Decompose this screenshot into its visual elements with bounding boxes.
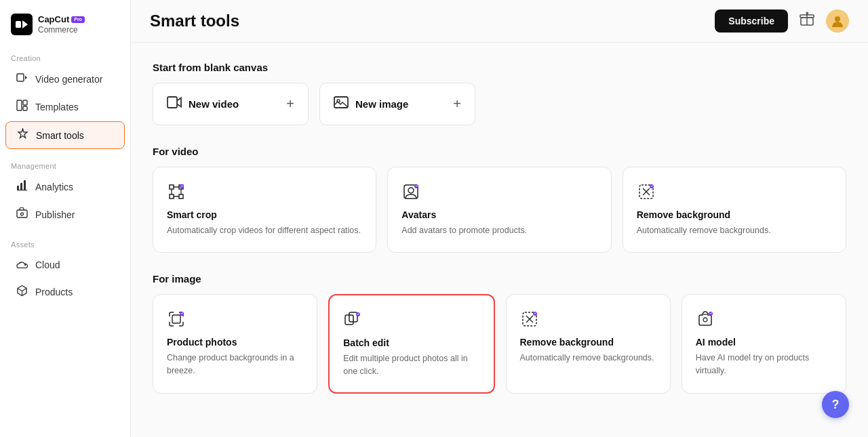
sidebar-item-label: Analytics (35, 182, 73, 192)
section-management: Management (0, 157, 130, 173)
svg-rect-2 (17, 74, 24, 81)
new-image-label: New image (355, 98, 408, 110)
new-video-icon (167, 96, 182, 112)
help-button[interactable]: ? (822, 391, 849, 418)
new-image-plus-icon: + (453, 96, 461, 112)
svg-rect-10 (17, 190, 27, 190)
blank-canvas-section: Start from blank canvas New video + (153, 62, 846, 125)
product-photos-desc: Change product backgrounds in a breeze. (167, 352, 303, 377)
remove-bg-image-desc: Automatically remove backgrounds. (520, 352, 656, 365)
sidebar-item-label: Products (35, 287, 73, 297)
sidebar-item-smart-tools[interactable]: Smart tools (5, 121, 125, 149)
new-image-left: New image (334, 96, 408, 112)
sidebar-item-cloud[interactable]: Cloud (5, 252, 125, 277)
new-video-left: New video (167, 96, 239, 112)
smart-tools-icon (16, 128, 29, 142)
product-photos-icon (167, 310, 303, 329)
sidebar-item-video-generator[interactable]: Video generator (5, 66, 125, 92)
svg-marker-1 (22, 20, 28, 28)
new-video-plus-icon: + (286, 96, 294, 112)
remove-bg-video-card[interactable]: Remove background Automatically remove b… (623, 167, 846, 253)
logo-sub: Commerce (38, 25, 85, 35)
header-actions: Subscribe (715, 9, 849, 33)
section-assets: Assets (0, 235, 130, 251)
ai-model-title: AI model (696, 337, 832, 348)
remove-bg-image-title: Remove background (520, 337, 656, 348)
ai-model-desc: Have AI model try on products virtually. (696, 352, 832, 377)
svg-point-32 (703, 318, 707, 322)
sidebar-item-analytics[interactable]: Analytics (5, 173, 125, 200)
batch-edit-card[interactable]: Batch edit Edit multiple product photos … (328, 294, 494, 394)
svg-rect-11 (17, 210, 27, 217)
for-image-section: For image P (153, 273, 846, 394)
publisher-icon (15, 207, 28, 222)
svg-rect-4 (17, 100, 22, 110)
remove-bg-video-title: Remove background (637, 209, 832, 220)
new-image-card[interactable]: New image + (319, 83, 475, 125)
sidebar-item-label: Video generator (35, 74, 102, 85)
remove-bg-video-icon (637, 182, 832, 201)
svg-point-21 (408, 188, 414, 193)
top-header: Smart tools Subscribe (131, 0, 868, 43)
product-photos-title: Product photos (167, 337, 303, 348)
main-wrapper: Smart tools Subscribe (131, 0, 868, 437)
svg-rect-8 (20, 183, 22, 190)
ai-model-icon (696, 310, 832, 329)
svg-rect-25 (172, 315, 180, 323)
for-image-grid: Product photos Change product background… (153, 294, 846, 394)
remove-bg-image-icon (520, 310, 656, 329)
logo-badge: Pro (71, 16, 85, 23)
cloud-icon (15, 258, 28, 271)
product-photos-card[interactable]: Product photos Change product background… (153, 294, 317, 394)
for-video-section: For video Smart crop Automatically crop … (153, 146, 846, 253)
new-video-label: New video (189, 98, 239, 110)
batch-edit-icon (343, 310, 479, 329)
blank-canvas-heading: Start from blank canvas (153, 62, 846, 73)
page-title: Smart tools (150, 12, 239, 30)
sidebar-item-publisher[interactable]: Publisher (5, 201, 125, 228)
sidebar-item-templates[interactable]: Templates (5, 93, 125, 120)
batch-edit-title: Batch edit (343, 337, 479, 348)
main-content: Start from blank canvas New video + (131, 43, 868, 437)
sidebar-item-label: Templates (35, 102, 79, 112)
section-creation: Creation (0, 49, 130, 65)
subscribe-button[interactable]: Subscribe (715, 9, 788, 33)
new-image-icon (334, 96, 349, 112)
logo-area[interactable]: CapCut Pro Commerce (0, 8, 130, 49)
sidebar-item-label: Smart tools (36, 130, 84, 141)
avatars-desc: Add avatars to promote products. (401, 224, 597, 237)
sidebar-item-label: Cloud (35, 259, 60, 270)
batch-edit-desc: Edit multiple product photos all in one … (343, 352, 479, 378)
sidebar-item-label: Publisher (35, 209, 75, 220)
svg-rect-0 (16, 21, 21, 28)
capcut-logo-icon (11, 14, 33, 35)
svg-point-12 (20, 213, 23, 215)
svg-rect-16 (167, 97, 177, 108)
for-video-grid: Smart crop Automatically crop videos for… (153, 167, 846, 253)
new-video-card[interactable]: New video + (153, 83, 309, 125)
sidebar-item-products[interactable]: Products (5, 278, 125, 305)
smart-crop-icon (167, 182, 362, 201)
smart-crop-title: Smart crop (167, 209, 362, 220)
svg-point-15 (835, 16, 840, 22)
avatars-icon (401, 182, 597, 201)
sidebar: CapCut Pro Commerce Creation Video gener… (0, 0, 131, 437)
remove-bg-image-card[interactable]: Remove background Automatically remove b… (506, 294, 671, 394)
ai-model-card[interactable]: AI model Have AI model try on products v… (682, 294, 846, 394)
templates-icon (15, 100, 28, 114)
svg-rect-5 (23, 100, 27, 105)
user-avatar[interactable] (826, 9, 849, 33)
avatars-title: Avatars (401, 209, 597, 220)
for-image-heading: For image (153, 273, 846, 285)
products-icon (15, 285, 28, 299)
avatars-card[interactable]: Avatars Add avatars to promote products. (387, 167, 611, 253)
remove-bg-video-desc: Automatically remove backgrounds. (637, 224, 832, 237)
gift-icon[interactable] (799, 11, 815, 31)
analytics-icon (15, 180, 28, 194)
canvas-row: New video + New image (153, 83, 846, 125)
smart-crop-card[interactable]: Smart crop Automatically crop videos for… (153, 167, 376, 253)
svg-marker-3 (25, 76, 27, 80)
smart-crop-desc: Automatically crop videos for different … (167, 224, 362, 237)
svg-rect-6 (23, 106, 27, 110)
svg-rect-9 (24, 180, 26, 190)
